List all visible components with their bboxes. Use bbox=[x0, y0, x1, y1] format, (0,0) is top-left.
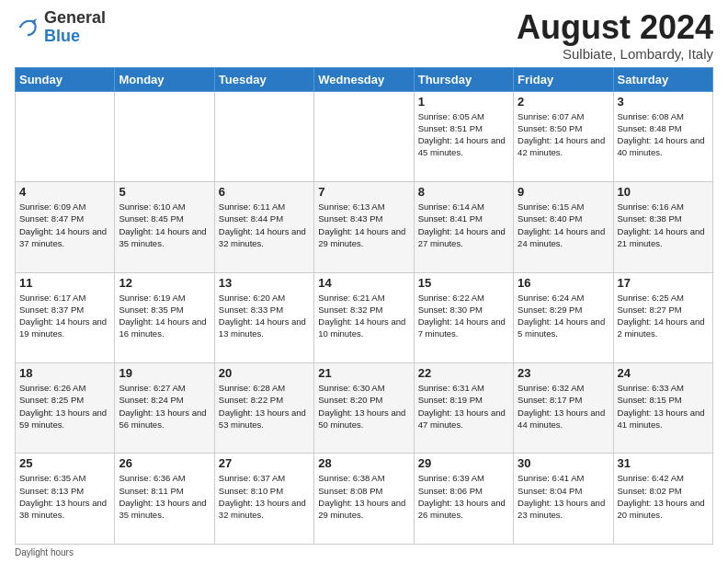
calendar-cell: 28Sunrise: 6:38 AM Sunset: 8:08 PM Dayli… bbox=[314, 454, 414, 545]
day-number: 7 bbox=[318, 185, 409, 199]
day-info: Sunrise: 6:20 AM Sunset: 8:33 PM Dayligh… bbox=[219, 292, 310, 340]
calendar-cell: 20Sunrise: 6:28 AM Sunset: 8:22 PM Dayli… bbox=[214, 363, 313, 454]
day-info: Sunrise: 6:42 AM Sunset: 8:02 PM Dayligh… bbox=[618, 472, 709, 521]
day-number: 13 bbox=[219, 276, 310, 290]
calendar-cell: 18Sunrise: 6:26 AM Sunset: 8:25 PM Dayli… bbox=[16, 363, 115, 454]
day-info: Sunrise: 6:16 AM Sunset: 8:38 PM Dayligh… bbox=[618, 201, 709, 249]
day-number: 25 bbox=[19, 456, 110, 470]
day-info: Sunrise: 6:33 AM Sunset: 8:15 PM Dayligh… bbox=[618, 382, 709, 431]
calendar-cell: 14Sunrise: 6:21 AM Sunset: 8:32 PM Dayli… bbox=[314, 272, 414, 362]
calendar-cell: 25Sunrise: 6:35 AM Sunset: 8:13 PM Dayli… bbox=[16, 454, 115, 545]
day-info: Sunrise: 6:28 AM Sunset: 8:22 PM Dayligh… bbox=[219, 382, 310, 431]
day-info: Sunrise: 6:05 AM Sunset: 8:51 PM Dayligh… bbox=[418, 110, 509, 159]
day-info: Sunrise: 6:24 AM Sunset: 8:29 PM Dayligh… bbox=[518, 292, 609, 340]
day-number: 10 bbox=[618, 185, 709, 199]
day-number: 26 bbox=[119, 456, 210, 470]
weekday-header: Friday bbox=[514, 67, 613, 91]
day-info: Sunrise: 6:32 AM Sunset: 8:17 PM Dayligh… bbox=[518, 382, 609, 431]
calendar-cell: 16Sunrise: 6:24 AM Sunset: 8:29 PM Dayli… bbox=[514, 272, 613, 362]
day-number: 30 bbox=[518, 456, 609, 470]
day-info: Sunrise: 6:21 AM Sunset: 8:32 PM Dayligh… bbox=[318, 292, 409, 340]
day-number: 15 bbox=[418, 276, 509, 290]
calendar-cell: 9Sunrise: 6:15 AM Sunset: 8:40 PM Daylig… bbox=[514, 182, 613, 272]
footer-note: Daylight hours bbox=[15, 547, 713, 557]
day-number: 1 bbox=[418, 95, 509, 109]
month-title: August 2024 bbox=[517, 9, 713, 46]
weekday-header: Saturday bbox=[613, 67, 712, 91]
day-info: Sunrise: 6:11 AM Sunset: 8:44 PM Dayligh… bbox=[219, 201, 310, 249]
weekday-header: Monday bbox=[115, 67, 214, 91]
calendar-cell: 12Sunrise: 6:19 AM Sunset: 8:35 PM Dayli… bbox=[115, 272, 214, 362]
day-number: 12 bbox=[119, 276, 210, 290]
calendar-cell: 26Sunrise: 6:36 AM Sunset: 8:11 PM Dayli… bbox=[115, 454, 214, 545]
day-info: Sunrise: 6:15 AM Sunset: 8:40 PM Dayligh… bbox=[518, 201, 609, 249]
day-number: 18 bbox=[19, 366, 110, 380]
calendar-cell bbox=[16, 91, 115, 181]
calendar-week-row: 4Sunrise: 6:09 AM Sunset: 8:47 PM Daylig… bbox=[16, 182, 713, 272]
calendar-cell: 23Sunrise: 6:32 AM Sunset: 8:17 PM Dayli… bbox=[514, 363, 613, 454]
day-number: 28 bbox=[318, 456, 409, 470]
day-info: Sunrise: 6:27 AM Sunset: 8:24 PM Dayligh… bbox=[119, 382, 210, 431]
day-number: 14 bbox=[318, 276, 409, 290]
day-info: Sunrise: 6:17 AM Sunset: 8:37 PM Dayligh… bbox=[19, 292, 110, 340]
calendar-cell: 10Sunrise: 6:16 AM Sunset: 8:38 PM Dayli… bbox=[613, 182, 712, 272]
calendar-cell: 5Sunrise: 6:10 AM Sunset: 8:45 PM Daylig… bbox=[115, 182, 214, 272]
day-number: 29 bbox=[418, 456, 509, 470]
weekday-header: Thursday bbox=[414, 67, 513, 91]
day-info: Sunrise: 6:37 AM Sunset: 8:10 PM Dayligh… bbox=[219, 472, 310, 521]
calendar-cell: 6Sunrise: 6:11 AM Sunset: 8:44 PM Daylig… bbox=[214, 182, 313, 272]
day-number: 9 bbox=[518, 185, 609, 199]
weekday-header: Tuesday bbox=[214, 67, 313, 91]
calendar-cell: 31Sunrise: 6:42 AM Sunset: 8:02 PM Dayli… bbox=[613, 454, 712, 545]
day-info: Sunrise: 6:13 AM Sunset: 8:43 PM Dayligh… bbox=[318, 201, 409, 249]
day-number: 3 bbox=[618, 95, 709, 109]
day-number: 2 bbox=[518, 95, 609, 109]
day-info: Sunrise: 6:10 AM Sunset: 8:45 PM Dayligh… bbox=[119, 201, 210, 249]
calendar-cell: 22Sunrise: 6:31 AM Sunset: 8:19 PM Dayli… bbox=[414, 363, 513, 454]
calendar-table: SundayMondayTuesdayWednesdayThursdayFrid… bbox=[15, 67, 713, 545]
calendar-cell: 24Sunrise: 6:33 AM Sunset: 8:15 PM Dayli… bbox=[613, 363, 712, 454]
day-number: 8 bbox=[418, 185, 509, 199]
day-info: Sunrise: 6:08 AM Sunset: 8:48 PM Dayligh… bbox=[618, 110, 709, 159]
day-info: Sunrise: 6:14 AM Sunset: 8:41 PM Dayligh… bbox=[418, 201, 509, 249]
calendar-cell: 3Sunrise: 6:08 AM Sunset: 8:48 PM Daylig… bbox=[613, 91, 712, 181]
day-info: Sunrise: 6:39 AM Sunset: 8:06 PM Dayligh… bbox=[418, 472, 509, 521]
day-number: 27 bbox=[219, 456, 310, 470]
calendar-cell: 27Sunrise: 6:37 AM Sunset: 8:10 PM Dayli… bbox=[214, 454, 313, 545]
calendar-week-row: 18Sunrise: 6:26 AM Sunset: 8:25 PM Dayli… bbox=[16, 363, 713, 454]
day-info: Sunrise: 6:35 AM Sunset: 8:13 PM Dayligh… bbox=[19, 472, 110, 521]
calendar-cell: 7Sunrise: 6:13 AM Sunset: 8:43 PM Daylig… bbox=[314, 182, 414, 272]
calendar-week-row: 1Sunrise: 6:05 AM Sunset: 8:51 PM Daylig… bbox=[16, 91, 713, 181]
calendar-cell: 1Sunrise: 6:05 AM Sunset: 8:51 PM Daylig… bbox=[414, 91, 513, 181]
day-number: 24 bbox=[618, 366, 709, 380]
day-number: 16 bbox=[518, 276, 609, 290]
logo: General Blue bbox=[15, 9, 106, 46]
page: General Blue August 2024 Sulbiate, Lomba… bbox=[0, 0, 728, 563]
calendar-cell bbox=[314, 91, 414, 181]
day-info: Sunrise: 6:26 AM Sunset: 8:25 PM Dayligh… bbox=[19, 382, 110, 431]
day-number: 20 bbox=[219, 366, 310, 380]
calendar-week-row: 11Sunrise: 6:17 AM Sunset: 8:37 PM Dayli… bbox=[16, 272, 713, 362]
calendar-cell bbox=[214, 91, 313, 181]
logo-line1: General bbox=[44, 9, 106, 28]
day-info: Sunrise: 6:25 AM Sunset: 8:27 PM Dayligh… bbox=[618, 292, 709, 340]
day-info: Sunrise: 6:19 AM Sunset: 8:35 PM Dayligh… bbox=[119, 292, 210, 340]
calendar-header-row: SundayMondayTuesdayWednesdayThursdayFrid… bbox=[16, 67, 713, 91]
day-number: 31 bbox=[618, 456, 709, 470]
day-info: Sunrise: 6:30 AM Sunset: 8:20 PM Dayligh… bbox=[318, 382, 409, 431]
day-number: 6 bbox=[219, 185, 310, 199]
calendar-week-row: 25Sunrise: 6:35 AM Sunset: 8:13 PM Dayli… bbox=[16, 454, 713, 545]
logo-icon bbox=[15, 15, 40, 40]
day-info: Sunrise: 6:09 AM Sunset: 8:47 PM Dayligh… bbox=[19, 201, 110, 249]
calendar-cell: 2Sunrise: 6:07 AM Sunset: 8:50 PM Daylig… bbox=[514, 91, 613, 181]
calendar-cell: 13Sunrise: 6:20 AM Sunset: 8:33 PM Dayli… bbox=[214, 272, 313, 362]
location-subtitle: Sulbiate, Lombardy, Italy bbox=[517, 46, 713, 62]
day-number: 21 bbox=[318, 366, 409, 380]
weekday-header: Wednesday bbox=[314, 67, 414, 91]
day-info: Sunrise: 6:31 AM Sunset: 8:19 PM Dayligh… bbox=[418, 382, 509, 431]
day-number: 19 bbox=[119, 366, 210, 380]
calendar-cell bbox=[115, 91, 214, 181]
day-number: 11 bbox=[19, 276, 110, 290]
day-number: 17 bbox=[618, 276, 709, 290]
calendar-cell: 8Sunrise: 6:14 AM Sunset: 8:41 PM Daylig… bbox=[414, 182, 513, 272]
